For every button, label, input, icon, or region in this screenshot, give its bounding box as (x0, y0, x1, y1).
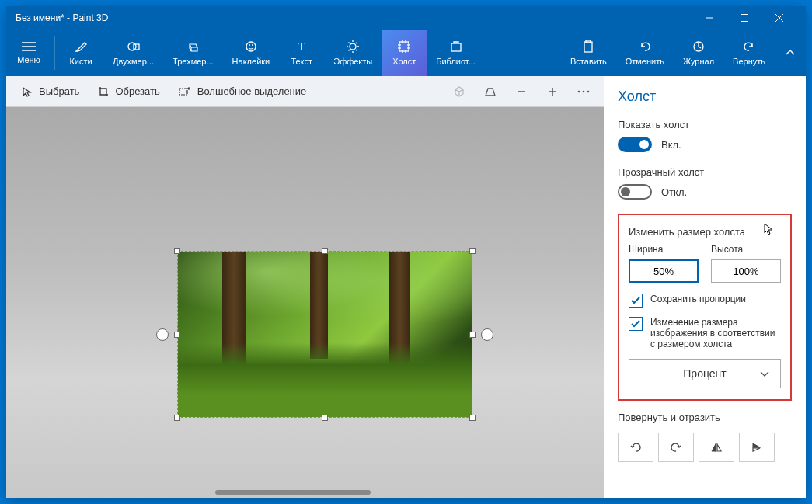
rotate-buttons (618, 433, 792, 462)
more-button[interactable] (570, 79, 598, 104)
resize-handle-bm[interactable] (322, 415, 328, 421)
window-title: Без имени* - Paint 3D (16, 12, 692, 23)
rotate-cw-button[interactable] (658, 433, 694, 462)
shapes2d-label: Двухмер... (113, 57, 154, 66)
resize-handle-ml[interactable] (174, 332, 180, 338)
svg-rect-1 (741, 15, 748, 22)
perspective-button[interactable] (476, 79, 504, 104)
redo-icon (742, 40, 756, 54)
shapes3d-tab[interactable]: Трехмер... (163, 30, 223, 76)
show-canvas-section: Показать холст Вкл. (618, 119, 792, 152)
horizontal-scrollbar[interactable] (215, 490, 371, 495)
collapse-ribbon-button[interactable] (775, 30, 806, 76)
transparent-label: Прозрачный холст (618, 166, 792, 178)
canvas-image (178, 252, 472, 417)
svg-line-19 (356, 50, 357, 51)
select-label: Выбрать (39, 85, 79, 97)
resize-image-label: Изменение размера изображения в соответс… (650, 317, 781, 349)
crop-label: Обрезать (115, 85, 159, 97)
transparent-section: Прозрачный холст Откл. (618, 166, 792, 200)
resize-handle-tl[interactable] (174, 248, 180, 254)
redo-button[interactable]: Вернуть (723, 30, 775, 76)
undo-icon (638, 40, 652, 54)
rotate-handle-left[interactable] (156, 328, 169, 341)
width-input[interactable] (629, 259, 699, 283)
separator (54, 36, 55, 70)
brushes-tab[interactable]: Кисти (58, 30, 103, 76)
effects-label: Эффекты (333, 57, 372, 66)
canvas-selection[interactable] (177, 251, 472, 418)
shapes3d-icon (186, 40, 200, 54)
app-window: Без имени* - Paint 3D Меню Кисти Двухмер… (6, 6, 806, 498)
svg-rect-31 (451, 43, 461, 51)
shapes2d-tab[interactable]: Двухмер... (103, 30, 163, 76)
resize-handle-mr[interactable] (469, 332, 476, 338)
brushes-label: Кисти (69, 57, 92, 66)
rotate-ccw-button[interactable] (618, 433, 653, 462)
shapes3d-label: Трехмер... (173, 57, 214, 66)
close-button[interactable] (761, 6, 796, 30)
cursor-icon (764, 223, 775, 237)
history-label: Журнал (683, 57, 714, 66)
undo-button[interactable]: Отменить (616, 30, 674, 76)
toggle-on-label: Вкл. (661, 139, 681, 151)
height-label: Высота (711, 244, 781, 255)
chevron-down-icon (760, 367, 769, 380)
shapes2d-icon (127, 40, 141, 54)
lock-aspect-label: Сохранить пропорции (650, 294, 746, 304)
resize-handle-tm[interactable] (322, 248, 328, 254)
show-canvas-toggle[interactable] (618, 137, 652, 152)
stickers-tab[interactable]: Наклейки (223, 30, 280, 76)
chevron-up-icon (785, 49, 796, 57)
toggle-off-label: Откл. (661, 186, 687, 198)
height-input[interactable] (711, 259, 781, 283)
toolbar-right (445, 79, 598, 104)
svg-point-9 (246, 42, 256, 51)
crop-icon (98, 86, 109, 97)
text-icon: T (294, 40, 308, 54)
resize-handle-bl[interactable] (174, 415, 180, 421)
text-tab[interactable]: T Текст (279, 30, 324, 76)
panel-title: Холст (618, 89, 792, 105)
magic-select-tool[interactable]: Волшебное выделение (169, 81, 316, 102)
menu-button[interactable]: Меню (6, 30, 51, 76)
maximize-button[interactable] (727, 6, 761, 30)
svg-point-11 (252, 44, 253, 46)
sticker-icon (244, 40, 258, 54)
resize-handle-br[interactable] (469, 415, 476, 421)
zoom-out-button[interactable] (507, 79, 535, 104)
main-area: Выбрать Обрезать Волшебное выделение (6, 76, 806, 498)
crop-tool[interactable]: Обрезать (89, 81, 169, 102)
show-canvas-label: Показать холст (618, 119, 792, 130)
canvas-viewport[interactable] (6, 107, 604, 498)
menu-label: Меню (17, 55, 40, 64)
paste-button[interactable]: Вставить (561, 30, 616, 76)
rotate-handle-right[interactable] (481, 328, 493, 341)
svg-line-21 (349, 50, 350, 51)
svg-line-20 (356, 43, 357, 44)
flip-vertical-button[interactable] (739, 433, 775, 462)
undo-label: Отменить (626, 57, 664, 66)
unit-dropdown[interactable]: Процент (629, 359, 781, 388)
select-tool[interactable]: Выбрать (12, 81, 89, 102)
minimize-button[interactable] (692, 6, 727, 30)
rotate-title: Повернуть и отразить (618, 412, 792, 423)
transparent-toggle[interactable] (618, 184, 652, 200)
library-tab[interactable]: Библиот... (427, 30, 485, 76)
effects-tab[interactable]: Эффекты (324, 30, 382, 76)
paste-label: Вставить (570, 57, 607, 66)
library-label: Библиот... (436, 57, 476, 66)
zoom-in-button[interactable] (538, 79, 566, 104)
view3d-button[interactable] (445, 79, 473, 104)
resize-handle-tr[interactable] (469, 248, 476, 254)
history-button[interactable]: Журнал (674, 30, 723, 76)
brush-icon (74, 40, 88, 54)
flip-horizontal-button[interactable] (699, 433, 734, 462)
resize-title: Изменить размер холста (629, 226, 781, 238)
canvas-tab[interactable]: Холст (382, 30, 427, 76)
magic-label: Волшебное выделение (197, 85, 307, 97)
svg-line-18 (349, 43, 350, 44)
left-area: Выбрать Обрезать Волшебное выделение (6, 76, 604, 498)
lock-aspect-checkbox[interactable] (629, 294, 643, 308)
resize-image-checkbox[interactable] (629, 317, 643, 331)
